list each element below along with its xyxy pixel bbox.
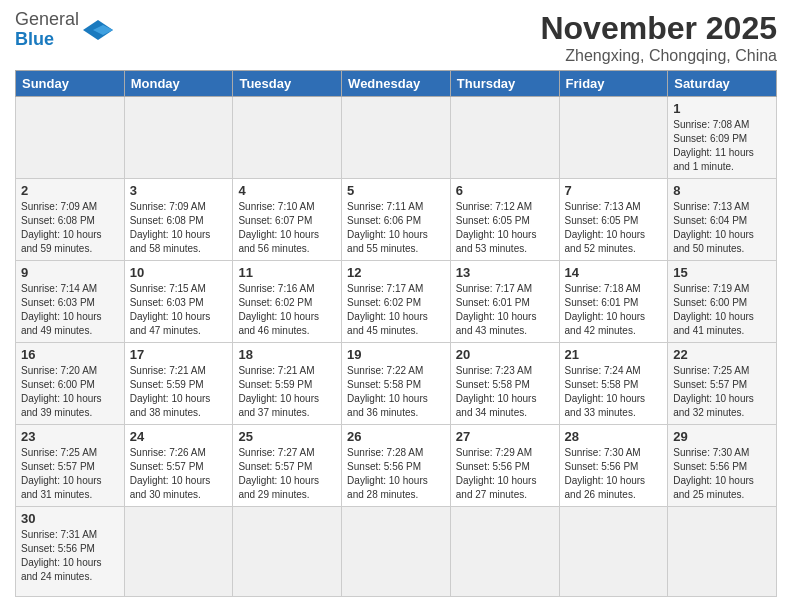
table-row: 28Sunrise: 7:30 AM Sunset: 5:56 PM Dayli…: [559, 425, 668, 507]
logo: General Blue: [15, 10, 113, 50]
table-row: 11Sunrise: 7:16 AM Sunset: 6:02 PM Dayli…: [233, 261, 342, 343]
table-row: 13Sunrise: 7:17 AM Sunset: 6:01 PM Dayli…: [450, 261, 559, 343]
day-info: Sunrise: 7:18 AM Sunset: 6:01 PM Dayligh…: [565, 282, 663, 338]
header: General Blue November 2025 Zhengxing, Ch…: [15, 10, 777, 65]
calendar-subtitle: Zhengxing, Chongqing, China: [540, 47, 777, 65]
day-info: Sunrise: 7:13 AM Sunset: 6:04 PM Dayligh…: [673, 200, 771, 256]
table-row: [559, 97, 668, 179]
table-row: 30Sunrise: 7:31 AM Sunset: 5:56 PM Dayli…: [16, 507, 125, 597]
table-row: 20Sunrise: 7:23 AM Sunset: 5:58 PM Dayli…: [450, 343, 559, 425]
day-number: 19: [347, 347, 445, 362]
day-number: 30: [21, 511, 119, 526]
logo-text: General Blue: [15, 10, 79, 50]
table-row: 8Sunrise: 7:13 AM Sunset: 6:04 PM Daylig…: [668, 179, 777, 261]
day-info: Sunrise: 7:26 AM Sunset: 5:57 PM Dayligh…: [130, 446, 228, 502]
day-info: Sunrise: 7:29 AM Sunset: 5:56 PM Dayligh…: [456, 446, 554, 502]
day-number: 16: [21, 347, 119, 362]
table-row: 26Sunrise: 7:28 AM Sunset: 5:56 PM Dayli…: [342, 425, 451, 507]
table-row: 4Sunrise: 7:10 AM Sunset: 6:07 PM Daylig…: [233, 179, 342, 261]
table-row: [342, 507, 451, 597]
day-info: Sunrise: 7:31 AM Sunset: 5:56 PM Dayligh…: [21, 528, 119, 584]
table-row: 22Sunrise: 7:25 AM Sunset: 5:57 PM Dayli…: [668, 343, 777, 425]
table-row: [124, 97, 233, 179]
table-row: [668, 507, 777, 597]
day-info: Sunrise: 7:20 AM Sunset: 6:00 PM Dayligh…: [21, 364, 119, 420]
day-number: 3: [130, 183, 228, 198]
day-info: Sunrise: 7:09 AM Sunset: 6:08 PM Dayligh…: [130, 200, 228, 256]
day-info: Sunrise: 7:27 AM Sunset: 5:57 PM Dayligh…: [238, 446, 336, 502]
table-row: 7Sunrise: 7:13 AM Sunset: 6:05 PM Daylig…: [559, 179, 668, 261]
table-row: [559, 507, 668, 597]
day-number: 24: [130, 429, 228, 444]
table-row: 3Sunrise: 7:09 AM Sunset: 6:08 PM Daylig…: [124, 179, 233, 261]
table-row: 9Sunrise: 7:14 AM Sunset: 6:03 PM Daylig…: [16, 261, 125, 343]
table-row: 19Sunrise: 7:22 AM Sunset: 5:58 PM Dayli…: [342, 343, 451, 425]
col-tuesday: Tuesday: [233, 71, 342, 97]
day-number: 17: [130, 347, 228, 362]
calendar-table: Sunday Monday Tuesday Wednesday Thursday…: [15, 70, 777, 597]
table-row: 16Sunrise: 7:20 AM Sunset: 6:00 PM Dayli…: [16, 343, 125, 425]
day-info: Sunrise: 7:30 AM Sunset: 5:56 PM Dayligh…: [673, 446, 771, 502]
day-number: 2: [21, 183, 119, 198]
calendar-header-row: Sunday Monday Tuesday Wednesday Thursday…: [16, 71, 777, 97]
day-number: 13: [456, 265, 554, 280]
day-info: Sunrise: 7:15 AM Sunset: 6:03 PM Dayligh…: [130, 282, 228, 338]
day-info: Sunrise: 7:28 AM Sunset: 5:56 PM Dayligh…: [347, 446, 445, 502]
col-thursday: Thursday: [450, 71, 559, 97]
table-row: 25Sunrise: 7:27 AM Sunset: 5:57 PM Dayli…: [233, 425, 342, 507]
day-info: Sunrise: 7:21 AM Sunset: 5:59 PM Dayligh…: [238, 364, 336, 420]
day-number: 1: [673, 101, 771, 116]
day-number: 21: [565, 347, 663, 362]
day-info: Sunrise: 7:25 AM Sunset: 5:57 PM Dayligh…: [21, 446, 119, 502]
day-info: Sunrise: 7:12 AM Sunset: 6:05 PM Dayligh…: [456, 200, 554, 256]
table-row: [450, 97, 559, 179]
day-number: 8: [673, 183, 771, 198]
day-info: Sunrise: 7:30 AM Sunset: 5:56 PM Dayligh…: [565, 446, 663, 502]
day-info: Sunrise: 7:10 AM Sunset: 6:07 PM Dayligh…: [238, 200, 336, 256]
table-row: 21Sunrise: 7:24 AM Sunset: 5:58 PM Dayli…: [559, 343, 668, 425]
table-row: 2Sunrise: 7:09 AM Sunset: 6:08 PM Daylig…: [16, 179, 125, 261]
table-row: 24Sunrise: 7:26 AM Sunset: 5:57 PM Dayli…: [124, 425, 233, 507]
col-friday: Friday: [559, 71, 668, 97]
table-row: 15Sunrise: 7:19 AM Sunset: 6:00 PM Dayli…: [668, 261, 777, 343]
day-number: 18: [238, 347, 336, 362]
day-number: 9: [21, 265, 119, 280]
table-row: 10Sunrise: 7:15 AM Sunset: 6:03 PM Dayli…: [124, 261, 233, 343]
day-number: 14: [565, 265, 663, 280]
table-row: 27Sunrise: 7:29 AM Sunset: 5:56 PM Dayli…: [450, 425, 559, 507]
table-row: [16, 97, 125, 179]
table-row: 5Sunrise: 7:11 AM Sunset: 6:06 PM Daylig…: [342, 179, 451, 261]
day-number: 6: [456, 183, 554, 198]
table-row: [233, 507, 342, 597]
logo-general: General: [15, 9, 79, 29]
day-info: Sunrise: 7:25 AM Sunset: 5:57 PM Dayligh…: [673, 364, 771, 420]
day-number: 12: [347, 265, 445, 280]
day-number: 25: [238, 429, 336, 444]
col-monday: Monday: [124, 71, 233, 97]
day-info: Sunrise: 7:21 AM Sunset: 5:59 PM Dayligh…: [130, 364, 228, 420]
table-row: 12Sunrise: 7:17 AM Sunset: 6:02 PM Dayli…: [342, 261, 451, 343]
day-number: 27: [456, 429, 554, 444]
day-number: 28: [565, 429, 663, 444]
day-info: Sunrise: 7:17 AM Sunset: 6:01 PM Dayligh…: [456, 282, 554, 338]
day-number: 7: [565, 183, 663, 198]
day-info: Sunrise: 7:16 AM Sunset: 6:02 PM Dayligh…: [238, 282, 336, 338]
day-number: 29: [673, 429, 771, 444]
table-row: 18Sunrise: 7:21 AM Sunset: 5:59 PM Dayli…: [233, 343, 342, 425]
day-info: Sunrise: 7:13 AM Sunset: 6:05 PM Dayligh…: [565, 200, 663, 256]
day-number: 26: [347, 429, 445, 444]
col-sunday: Sunday: [16, 71, 125, 97]
table-row: 14Sunrise: 7:18 AM Sunset: 6:01 PM Dayli…: [559, 261, 668, 343]
day-info: Sunrise: 7:19 AM Sunset: 6:00 PM Dayligh…: [673, 282, 771, 338]
day-number: 4: [238, 183, 336, 198]
col-wednesday: Wednesday: [342, 71, 451, 97]
calendar-title: November 2025: [540, 10, 777, 47]
table-row: 17Sunrise: 7:21 AM Sunset: 5:59 PM Dayli…: [124, 343, 233, 425]
table-row: 29Sunrise: 7:30 AM Sunset: 5:56 PM Dayli…: [668, 425, 777, 507]
day-number: 11: [238, 265, 336, 280]
page: General Blue November 2025 Zhengxing, Ch…: [0, 0, 792, 607]
day-info: Sunrise: 7:22 AM Sunset: 5:58 PM Dayligh…: [347, 364, 445, 420]
day-number: 10: [130, 265, 228, 280]
day-number: 22: [673, 347, 771, 362]
day-info: Sunrise: 7:24 AM Sunset: 5:58 PM Dayligh…: [565, 364, 663, 420]
